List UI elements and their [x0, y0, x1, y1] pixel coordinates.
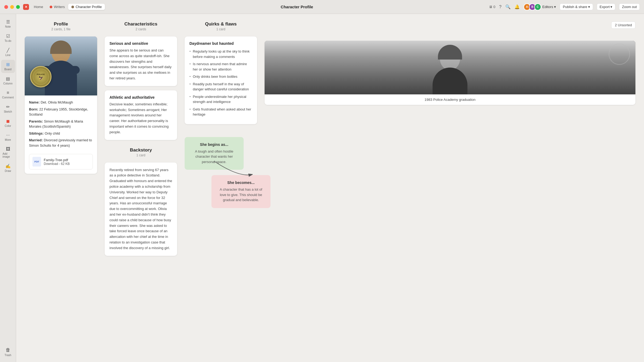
file-separator: -	[59, 162, 61, 166]
tab-character-profile[interactable]: Character Profile	[68, 4, 105, 10]
notification-btn[interactable]: 🖥 0	[489, 5, 495, 9]
tab-home-label: Home	[34, 5, 43, 9]
editors-label: Editors	[542, 5, 553, 9]
sidebar-todo-label: To-do	[5, 39, 11, 42]
sidebar-item-board[interactable]: ⊞ Board	[1, 60, 15, 73]
char-title-2: Athletic and authoritative	[109, 95, 172, 99]
sidebar-line-label: Line	[5, 54, 10, 57]
sidebar-note-label: Note	[5, 25, 11, 28]
column-icon: ▤	[6, 76, 10, 81]
avatar-3: C	[534, 3, 541, 10]
sidebar-color-label: Color	[5, 124, 11, 127]
name-label: Name:	[29, 100, 40, 104]
arc-begins-title: She begins as...	[190, 142, 238, 147]
export-button[interactable]: Export ▾	[597, 3, 616, 10]
content-area: 2 Unsorted Profile 2 cards, 1 file	[16, 14, 644, 362]
trash-icon: 🗑	[6, 347, 10, 353]
backstory-subtitle: 1 card	[105, 153, 177, 157]
file-size: 62 KB	[61, 162, 70, 166]
tab-writers[interactable]: Writers	[46, 4, 68, 10]
sidebar-item-column[interactable]: ▤ Column	[1, 74, 15, 87]
sidebar-sketch-label: Sketch	[4, 110, 12, 113]
quirks-column: Quirks & flaws 1 card Daydreamer but hau…	[185, 21, 257, 217]
bw-photo	[265, 41, 635, 94]
list-item: Only drinks beer from bottles	[189, 74, 252, 79]
minimize-button[interactable]	[10, 5, 14, 9]
search-icon[interactable]: 🔍	[505, 4, 511, 9]
badge-inner: POLICE 🦅	[33, 69, 49, 85]
arc-begins-card: She begins as... A tough and often hosti…	[185, 137, 244, 170]
publish-share-button[interactable]: Publish & share ▾	[560, 3, 593, 10]
tab-home[interactable]: Home	[31, 4, 46, 10]
sidebar: ☰ Note ☑ To-do ╱ Line ⊞ Board ▤ Column ≡…	[0, 14, 16, 362]
sidebar-item-comment[interactable]: ≡ Comment	[1, 88, 15, 101]
list-item: People underestimate her physical streng…	[189, 94, 252, 105]
note-icon: ☰	[6, 19, 10, 24]
tab-writers-dot	[50, 6, 52, 8]
quirks-card: Daydreamer but haunted Regularly looks u…	[185, 36, 257, 124]
sidebar-item-trash[interactable]: 🗑 Trash	[1, 345, 15, 359]
sidebar-item-note[interactable]: ☰ Note	[1, 17, 15, 30]
profile-married: Married: Divorced (previously married to…	[29, 138, 93, 148]
quirks-column-title: Quirks & flaws	[185, 21, 257, 27]
quirks-column-subtitle: 1 card	[185, 27, 257, 31]
file-info: Family-Tree.pdf Download - 62 KB	[44, 158, 70, 166]
editors-chevron-icon: ▾	[554, 5, 556, 9]
char-title-1: Serious and sensitive	[109, 41, 172, 46]
sidebar-item-more[interactable]: ··· More	[1, 131, 15, 143]
profile-parents: Parents: Simon McMaugh & Maria Morales (…	[29, 119, 93, 129]
profile-column-header: Profile 2 cards, 1 file	[25, 21, 97, 31]
more-icon: ···	[6, 133, 10, 138]
backstory-card: Recently retired from serving 67 years a…	[105, 162, 177, 256]
download-link[interactable]: Download	[44, 162, 58, 166]
name-value: Det. Olivia McMaugh	[41, 100, 73, 104]
char-card-1: Serious and sensitive She appears to be …	[105, 36, 177, 86]
arc-becomes-title: She becomes...	[217, 180, 265, 185]
editors-button[interactable]: A B C Editors ▾	[524, 3, 556, 10]
bell-icon[interactable]: 🔔	[514, 4, 520, 9]
cards-grid: Profile 2 cards, 1 file	[25, 21, 635, 256]
close-button[interactable]	[4, 5, 8, 9]
profile-column-title: Profile	[25, 21, 97, 27]
profile-siblings: Siblings: Only child	[29, 131, 93, 136]
maximize-button[interactable]	[16, 5, 20, 9]
list-item: Readily puts herself in the way of dange…	[189, 82, 252, 92]
sidebar-board-label: Board	[4, 68, 12, 71]
sort-button[interactable]: 2 Unsorted	[611, 21, 635, 29]
board-icon: ⊞	[6, 62, 10, 67]
titlebar: ✕ Home Writers Character Profile Charact…	[0, 0, 644, 14]
photo-card: 1983 Police Academy graduation	[265, 41, 635, 105]
police-badge: POLICE 🦅	[30, 66, 52, 87]
sidebar-item-color[interactable]: ◼ Color	[1, 116, 15, 130]
sidebar-item-add-image[interactable]: 🖼 Add image	[1, 145, 15, 160]
sidebar-more-label: More	[5, 138, 11, 141]
char-text-2: Decisive leader, sometimes inflexible; w…	[109, 102, 172, 135]
help-icon[interactable]: ?	[499, 5, 502, 9]
editors-avatars: A B C	[524, 3, 541, 10]
sidebar-item-draw[interactable]: ✍ Draw	[1, 161, 15, 175]
siblings-label: Siblings:	[29, 131, 44, 135]
draw-icon: ✍	[5, 164, 11, 169]
list-item: Regularly looks up at the sky to think b…	[189, 49, 252, 59]
quirks-list: Regularly looks up at the sky to think b…	[189, 49, 252, 117]
sidebar-item-sketch[interactable]: ✏ Sketch	[1, 102, 15, 115]
publish-label: Publish & share	[563, 5, 587, 9]
profile-info: Name: Det. Olivia McMaugh Born: 22 Febru…	[25, 95, 97, 154]
monitor-icon: 🖥	[489, 5, 492, 9]
sidebar-item-line[interactable]: ╱ Line	[1, 46, 15, 59]
sidebar-item-todo[interactable]: ☑ To-do	[1, 31, 15, 45]
notification-count: 0	[493, 5, 495, 9]
zoom-button[interactable]: Zoom out	[619, 3, 640, 10]
arc-becomes-card: She becomes... A character that has a lo…	[211, 175, 270, 208]
file-name: Family-Tree.pdf	[44, 158, 70, 162]
sidebar-draw-label: Draw	[5, 169, 11, 172]
profile-name: Name: Det. Olivia McMaugh	[29, 100, 93, 105]
arc-begins-text: A tough and often hostile character that…	[190, 149, 238, 165]
traffic-lights	[4, 5, 20, 9]
born-label: Born:	[29, 107, 38, 111]
tab-writers-label: Writers	[54, 5, 65, 9]
profile-column-subtitle: 2 cards, 1 file	[25, 27, 97, 31]
char-text-1: She appears to be serious and can come a…	[109, 48, 172, 81]
sort-label: 2 Unsorted	[615, 23, 632, 27]
tab-profile-dot	[71, 6, 74, 8]
